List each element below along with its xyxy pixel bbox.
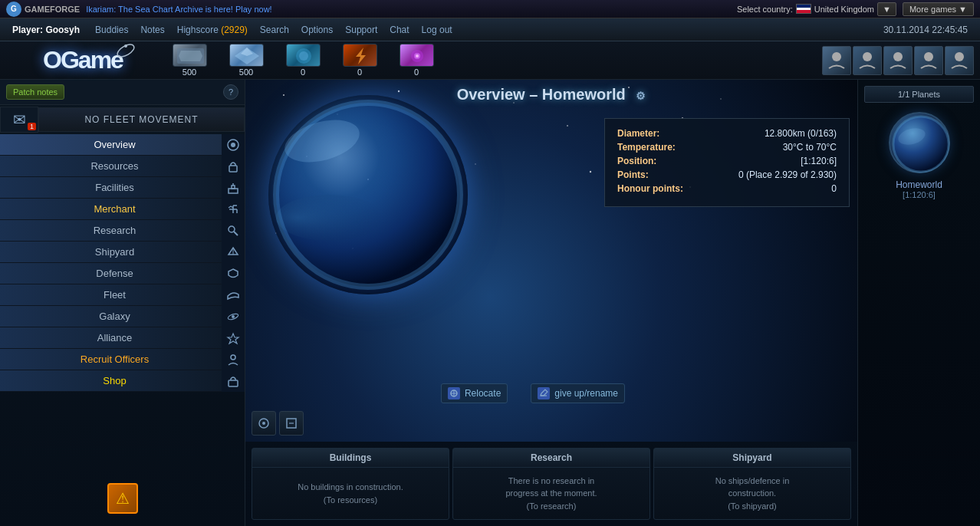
svg-point-7 xyxy=(299,51,308,61)
defense-label: Defense xyxy=(88,268,133,279)
buildings-panel[interactable]: Buildings No buildings in construction.(… xyxy=(252,448,449,520)
sidebar-item-alliance[interactable]: Alliance xyxy=(0,327,245,349)
svg-line-24 xyxy=(234,232,238,235)
merchant-icon xyxy=(222,199,245,220)
shipyard-panel-header: Shipyard xyxy=(654,449,850,468)
recruit-icon xyxy=(222,349,245,370)
planet-name-label: Homeworld xyxy=(896,179,942,190)
svg-point-40 xyxy=(475,163,476,165)
sidebar-item-shop[interactable]: Shop xyxy=(0,370,245,392)
diameter-value: 12.800km (0/163) xyxy=(765,128,837,139)
support-link[interactable]: Support xyxy=(345,25,377,35)
search-link[interactable]: Search xyxy=(260,25,289,35)
shipyard-panel[interactable]: Shipyard No ships/defence inconstruction… xyxy=(653,448,851,520)
sidebar-item-shipyard[interactable]: Shipyard xyxy=(0,242,245,263)
help-button[interactable]: ? xyxy=(223,84,238,100)
points-row: Points: 0 (Place 2.929 of 2.930) xyxy=(617,169,837,180)
notes-link[interactable]: Notes xyxy=(140,25,164,35)
right-panel: 1/1 Planets Homeworld [1:120:6] xyxy=(857,80,980,526)
sidebar-item-galaxy[interactable]: Galaxy xyxy=(0,306,245,327)
energy-icon xyxy=(343,44,377,67)
sidebar-item-merchant[interactable]: Merchant xyxy=(0,199,245,220)
more-games-button[interactable]: More games ▼ xyxy=(903,2,974,16)
resource-deuterium: 0 xyxy=(276,44,330,77)
buddies-link[interactable]: Buddies xyxy=(95,25,128,35)
research-panel[interactable]: Research There is no research inprogress… xyxy=(452,448,650,520)
svg-point-18 xyxy=(231,143,235,147)
sidebar-item-research[interactable]: Research xyxy=(0,220,245,242)
svg-point-27 xyxy=(232,315,235,318)
officer-2[interactable] xyxy=(853,46,882,75)
svg-point-1 xyxy=(124,44,127,48)
messages-fleet-bar: ✉ 1 NO FLEET MOVEMENT xyxy=(0,105,245,134)
officer-1[interactable] xyxy=(822,46,851,75)
darkmatter-icon xyxy=(400,44,434,67)
shop-icon xyxy=(222,370,245,392)
country-dropdown-button[interactable]: ▼ xyxy=(877,2,896,16)
deuterium-value: 0 xyxy=(301,67,305,77)
svg-point-48 xyxy=(276,195,383,241)
honour-value: 0 xyxy=(831,183,837,194)
message-count: 1 xyxy=(28,123,36,130)
overview-icon xyxy=(222,134,245,156)
facilities-icon xyxy=(222,177,245,199)
svg-rect-20 xyxy=(229,189,238,193)
officers-area xyxy=(822,46,974,75)
officer-4[interactable] xyxy=(914,46,943,75)
warning-button[interactable]: ⚠ xyxy=(107,483,138,514)
sidebar-item-recruit-officers[interactable]: Recruit Officers xyxy=(0,349,245,370)
svg-point-13 xyxy=(863,52,872,61)
shop-label: Shop xyxy=(95,375,126,386)
bottom-panels: Buildings No buildings in construction.(… xyxy=(245,442,857,526)
fleet-label: Fleet xyxy=(96,289,126,301)
svg-point-56 xyxy=(262,422,265,425)
player-info: Player: Goosyh xyxy=(12,25,80,35)
planet-thumbnail[interactable] xyxy=(889,112,950,173)
officer-5[interactable] xyxy=(945,46,974,75)
resources-bar: OGame 500 500 xyxy=(0,41,980,80)
research-panel-body: There is no research inprogress at the m… xyxy=(453,468,649,519)
messages-button[interactable]: ✉ 1 xyxy=(0,107,38,133)
country-select[interactable]: Select country: United Kingdom ▼ xyxy=(737,2,896,16)
facilities-label: Facilities xyxy=(87,182,134,193)
envelope-icon: ✉ xyxy=(13,110,26,129)
country-name: United Kingdom xyxy=(814,5,874,14)
position-label: Position: xyxy=(617,156,656,166)
resource-metal: 500 xyxy=(163,44,216,77)
alliance-icon xyxy=(222,327,245,349)
patch-notes-button[interactable]: Patch notes xyxy=(6,84,64,100)
sidebar-item-defense[interactable]: Defense xyxy=(0,263,245,284)
shipyard-status-text: No ships/defence inconstruction.(To ship… xyxy=(715,475,790,513)
datetime: 30.11.2014 22:45:45 xyxy=(883,25,968,35)
honour-label: Honour points: xyxy=(617,183,683,194)
galaxy-icon xyxy=(222,306,245,327)
energy-value: 0 xyxy=(357,67,362,77)
chat-link[interactable]: Chat xyxy=(390,25,409,35)
expand-view-button[interactable] xyxy=(279,411,304,436)
sidebar-item-fleet[interactable]: Fleet xyxy=(0,284,245,306)
sidebar-item-overview[interactable]: Overview xyxy=(0,134,245,156)
merchant-label: Merchant xyxy=(86,203,135,215)
relocate-button[interactable]: Relocate xyxy=(441,383,508,403)
temperature-label: Temperature: xyxy=(617,142,676,153)
gameforge-text: GAMEFORGE xyxy=(25,5,80,14)
highscore-link[interactable]: Highscore (2929) xyxy=(177,25,248,35)
gameforge-bar: G GAMEFORGE Ikariam: The Sea Chart Archi… xyxy=(0,0,980,18)
planet-view-button[interactable] xyxy=(252,411,276,436)
honour-row: Honour points: 0 xyxy=(617,183,837,194)
sidebar-item-facilities[interactable]: Facilities xyxy=(0,177,245,199)
logout-link[interactable]: Log out xyxy=(422,25,452,35)
points-label: Points: xyxy=(617,169,649,180)
svg-marker-8 xyxy=(356,48,366,64)
fleet-icon xyxy=(222,284,245,306)
sidebar-item-resources[interactable]: Resources xyxy=(0,156,245,177)
main-content: Overview – Homeworld ⚙ Diameter: 12.800k… xyxy=(245,80,857,526)
player-label: Player: xyxy=(12,25,43,35)
options-link[interactable]: Options xyxy=(301,25,333,35)
svg-point-11 xyxy=(416,54,419,58)
position-row: Position: [1:120:6] xyxy=(617,156,837,166)
officer-3[interactable] xyxy=(883,46,913,75)
rename-button[interactable]: give up/rename xyxy=(531,383,625,403)
planet-view: Overview – Homeworld ⚙ Diameter: 12.800k… xyxy=(245,80,857,442)
announcement: Ikariam: The Sea Chart Archive is here! … xyxy=(86,5,731,14)
